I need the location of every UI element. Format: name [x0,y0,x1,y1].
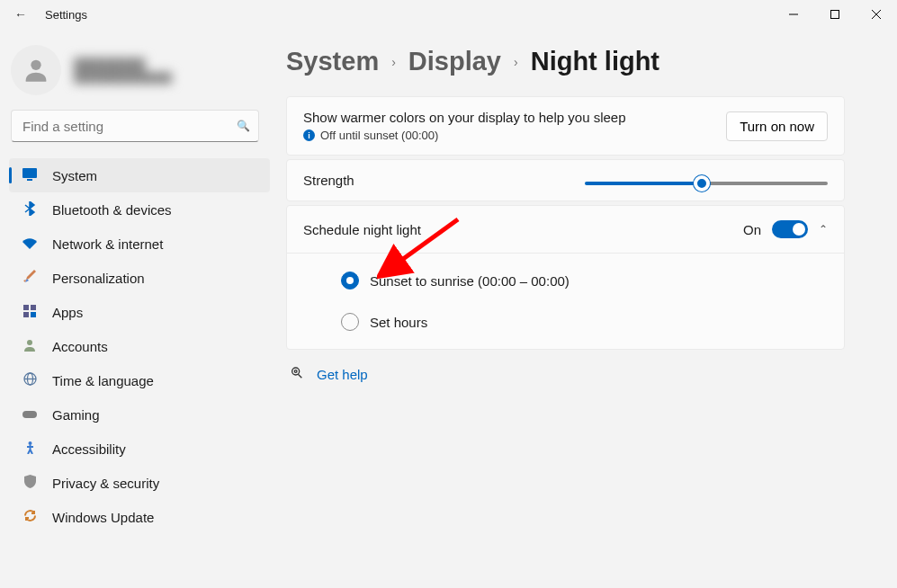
sidebar-item-bluetooth-devices[interactable]: Bluetooth & devices [9,192,270,227]
personalization-icon [22,270,38,287]
radio-icon [341,272,359,290]
system-icon [22,168,38,183]
svg-rect-9 [23,312,29,317]
sidebar-item-accounts[interactable]: Accounts [9,329,270,363]
sidebar-item-accessibility[interactable]: Accessibility [9,432,270,466]
sidebar-item-label: Bluetooth & devices [52,202,172,218]
svg-point-20 [294,370,297,373]
sidebar-item-personalization[interactable]: Personalization [9,261,270,295]
time-language-icon [22,372,38,388]
svg-point-16 [28,441,31,445]
turn-on-now-button[interactable]: Turn on now [726,111,828,141]
network-internet-icon [22,236,38,252]
sidebar-item-gaming[interactable]: Gaming [9,397,270,432]
breadcrumb-display[interactable]: Display [408,47,501,76]
night-light-description: Show warmer colors on your display to he… [303,110,726,125]
close-button[interactable] [856,0,897,29]
accounts-icon [22,339,38,354]
avatar [11,45,61,95]
sidebar-item-label: Network & internet [52,236,163,252]
sidebar-item-label: Personalization [52,271,145,286]
svg-point-4 [31,60,40,70]
radio-sunset-to-sunrise[interactable]: Sunset to sunrise (00:00 – 00:00) [341,272,828,290]
svg-rect-15 [22,411,37,418]
svg-point-11 [27,340,32,345]
sidebar-item-label: Time & language [52,373,154,388]
apps-icon [22,305,38,320]
radio-icon [341,313,359,331]
radio-set-hours-label: Set hours [370,315,427,330]
user-account-row[interactable]: ████████ ██████████████ [9,38,270,108]
get-help-link[interactable]: Get help [317,367,368,382]
back-button[interactable]: ← [14,7,27,22]
user-name-blurred: ████████ ██████████████ [74,58,172,83]
schedule-toggle[interactable] [772,220,808,238]
svg-rect-6 [27,179,32,181]
privacy-security-icon [22,475,38,491]
collapse-chevron-icon[interactable]: ⌃ [819,223,828,236]
radio-sunset-label: Sunset to sunrise (00:00 – 00:00) [370,273,570,289]
windows-update-icon [22,509,38,525]
sidebar-item-windows-update[interactable]: Windows Update [9,500,270,534]
night-light-status: Off until sunset (00:00) [320,129,438,142]
maximize-button[interactable] [814,0,856,29]
svg-rect-10 [31,312,36,317]
svg-rect-1 [831,11,839,19]
svg-rect-8 [31,305,36,310]
svg-rect-7 [23,305,29,310]
breadcrumb-system[interactable]: System [286,47,379,76]
sidebar-item-label: Windows Update [52,510,154,525]
schedule-label: Schedule night light [303,222,421,237]
info-icon: i [303,129,315,141]
strength-label: Strength [303,173,354,188]
svg-rect-5 [22,168,37,178]
sidebar-item-apps[interactable]: Apps [9,295,270,329]
accessibility-icon [22,441,38,457]
sidebar-item-label: Accessibility [52,441,126,457]
radio-set-hours[interactable]: Set hours [341,313,828,331]
sidebar-item-label: Apps [52,305,83,320]
sidebar-item-time-language[interactable]: Time & language [9,363,270,397]
breadcrumb: System › Display › Night light [286,47,845,76]
sidebar-item-label: Gaming [52,407,100,423]
sidebar-item-label: System [52,168,97,183]
svg-line-21 [298,374,301,378]
bluetooth-devices-icon [22,201,38,218]
minimize-button[interactable] [773,0,814,29]
gaming-icon [22,407,38,423]
sidebar-item-system[interactable]: System [9,158,270,192]
sidebar-item-label: Privacy & security [52,476,159,491]
page-title: Night light [531,47,659,76]
search-icon: 🔍 [237,120,250,132]
search-input[interactable] [11,110,259,142]
schedule-toggle-state: On [743,222,761,237]
svg-point-19 [292,368,300,375]
sidebar-item-privacy-security[interactable]: Privacy & security [9,466,270,500]
help-icon [290,366,304,383]
strength-slider[interactable] [585,182,828,185]
sidebar-item-network-internet[interactable]: Network & internet [9,227,270,261]
sidebar-item-label: Accounts [52,339,108,354]
window-title: Settings [45,8,87,22]
